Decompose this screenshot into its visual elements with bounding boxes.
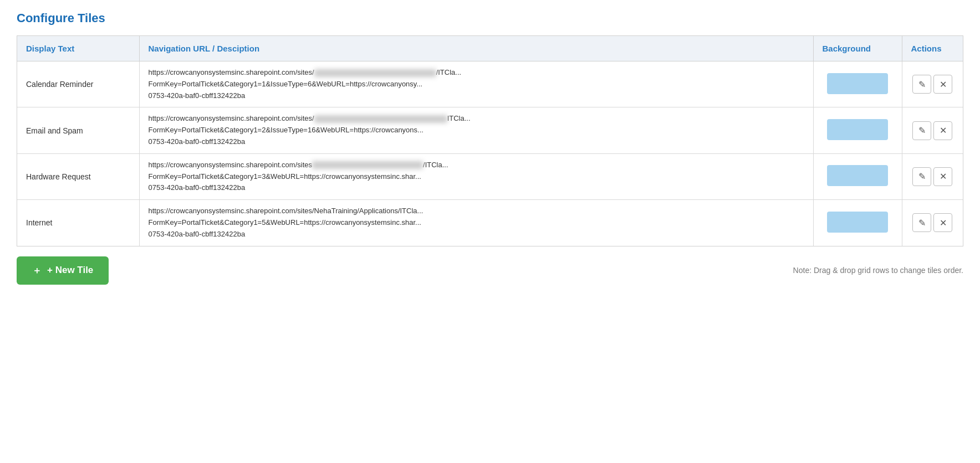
cell-display-text: Hardware Request	[17, 153, 139, 199]
col-header-url: Navigation URL / Desciption	[139, 36, 813, 61]
table-scroll-area[interactable]: Display Text Navigation URL / Desciption…	[17, 36, 963, 246]
cell-actions: ✎✕	[902, 153, 963, 199]
cell-background	[813, 107, 902, 153]
url-line-1: https://crowcanyonsystemsinc.sharepoint.…	[149, 67, 804, 79]
background-swatch[interactable]	[827, 73, 888, 94]
cell-display-text: Calendar Reminder	[17, 61, 139, 107]
delete-button[interactable]: ✕	[933, 75, 952, 94]
edit-icon: ✎	[918, 171, 926, 182]
table-row: Hardware Request https://crowcanyonsyste…	[17, 153, 963, 199]
edit-icon: ✎	[918, 125, 926, 136]
col-header-display: Display Text	[17, 36, 139, 61]
cell-url: https://crowcanyonsystemsinc.sharepoint.…	[139, 61, 813, 107]
tiles-table-wrapper: Display Text Navigation URL / Desciption…	[17, 35, 963, 246]
cell-url: https://crowcanyonsystemsinc.sharepoint.…	[139, 107, 813, 153]
tiles-table: Display Text Navigation URL / Desciption…	[17, 36, 963, 246]
cell-background	[813, 200, 902, 246]
new-tile-label: + New Tile	[47, 265, 93, 276]
close-icon: ✕	[940, 218, 947, 228]
cell-display-text: Email and Spam	[17, 107, 139, 153]
plus-icon: ＋	[32, 264, 42, 277]
cell-background	[813, 61, 902, 107]
close-icon: ✕	[940, 79, 947, 90]
cell-display-text: Internet	[17, 200, 139, 246]
url-line-1: https://crowcanyonsystemsinc.sharepoint.…	[149, 113, 804, 125]
url-line-2: FormKey=PortalTicket&Category1=2&IssueTy…	[149, 125, 804, 136]
new-tile-button[interactable]: ＋ + New Tile	[17, 256, 109, 285]
url-line-3: 0753-420a-baf0-cbff132422ba	[149, 136, 804, 148]
close-icon: ✕	[940, 125, 947, 136]
table-row: Email and Spam https://crowcanyonsystems…	[17, 107, 963, 153]
cell-actions: ✎✕	[902, 61, 963, 107]
edit-icon: ✎	[918, 218, 926, 228]
edit-button[interactable]: ✎	[912, 167, 931, 186]
drag-drop-note: Note: Drag & drop grid rows to change ti…	[793, 266, 963, 275]
url-line-1: https://crowcanyonsystemsinc.sharepoint.…	[149, 205, 804, 217]
cell-background	[813, 153, 902, 199]
url-line-2: FormKey=PortalTicket&Category1=5&WebURL=…	[149, 217, 804, 229]
table-row: Calendar Reminder https://crowcanyonsyst…	[17, 61, 963, 107]
col-header-actions: Actions	[902, 36, 963, 61]
background-swatch[interactable]	[827, 119, 888, 140]
url-line-3: 0753-420a-baf0-cbff132422ba	[149, 90, 804, 102]
page-title: Configure Tiles	[17, 11, 963, 25]
cell-url: https://crowcanyonsystemsinc.sharepoint.…	[139, 200, 813, 246]
edit-button[interactable]: ✎	[912, 121, 931, 140]
delete-button[interactable]: ✕	[933, 167, 952, 186]
url-line-3: 0753-420a-baf0-cbff132422ba	[149, 229, 804, 240]
edit-icon: ✎	[918, 79, 926, 90]
footer: ＋ + New Tile Note: Drag & drop grid rows…	[17, 256, 963, 285]
url-line-1: https://crowcanyonsystemsinc.sharepoint.…	[149, 160, 804, 171]
delete-button[interactable]: ✕	[933, 121, 952, 140]
edit-button[interactable]: ✎	[912, 75, 931, 94]
delete-button[interactable]: ✕	[933, 213, 952, 232]
cell-actions: ✎✕	[902, 107, 963, 153]
url-line-3: 0753-420a-baf0-cbff132422ba	[149, 182, 804, 194]
edit-button[interactable]: ✎	[912, 213, 931, 232]
cell-actions: ✎✕	[902, 200, 963, 246]
col-header-background: Background	[813, 36, 902, 61]
close-icon: ✕	[940, 171, 947, 182]
background-swatch[interactable]	[827, 165, 888, 186]
url-line-2: FormKey=PortalTicket&Category1=1&IssueTy…	[149, 79, 804, 90]
background-swatch[interactable]	[827, 212, 888, 233]
url-line-2: FormKey=PortalTicket&Category1=3&WebURL=…	[149, 171, 804, 183]
cell-url: https://crowcanyonsystemsinc.sharepoint.…	[139, 153, 813, 199]
table-row: Internet https://crowcanyonsystemsinc.sh…	[17, 200, 963, 246]
